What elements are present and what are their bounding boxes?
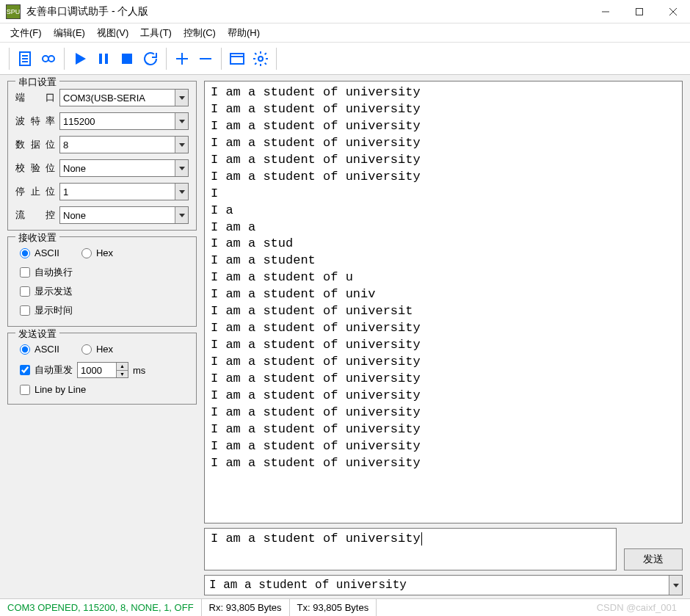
window-title: 友善串口调试助手 - 个人版 (26, 5, 589, 18)
spinner-up-icon[interactable]: ▲ (116, 363, 128, 371)
gear-icon[interactable] (250, 48, 272, 70)
auto-wrap-checkbox[interactable]: 自动换行 (20, 266, 73, 279)
send-button[interactable]: 发送 (624, 548, 683, 570)
status-connection: COM3 OPENED, 115200, 8, NONE, 1, OFF (0, 599, 202, 616)
spinner-down-icon[interactable]: ▼ (116, 371, 128, 378)
title-bar: SPU 友善串口调试助手 - 个人版 (0, 0, 690, 23)
plus-icon[interactable] (171, 48, 193, 70)
port-label: 端 口 (15, 91, 55, 104)
receive-settings-group: 接收设置 ASCII Hex 自动换行 显示发送 显示时间 (7, 236, 197, 327)
status-rx: Rx: 93,805 Bytes (202, 599, 290, 616)
resend-interval-input[interactable]: 1000▲▼ (77, 362, 128, 378)
minus-icon[interactable] (195, 48, 217, 70)
menu-edit[interactable]: 编辑(E) (49, 25, 90, 41)
flow-select[interactable]: None (59, 206, 189, 224)
maximize-button[interactable] (622, 0, 656, 23)
show-send-checkbox[interactable]: 显示发送 (20, 285, 73, 298)
baud-select[interactable]: 115200 (59, 112, 189, 130)
svg-rect-13 (122, 54, 132, 64)
svg-point-9 (48, 56, 54, 62)
rx-ascii-radio[interactable]: ASCII (20, 247, 59, 258)
watermark: CSDN @caixf_001 (597, 602, 677, 613)
minimize-button[interactable] (589, 0, 622, 23)
menu-bar: 文件(F) 编辑(E) 视图(V) 工具(T) 控制(C) 帮助(H) (0, 23, 690, 43)
refresh-icon[interactable] (139, 48, 161, 70)
unit-label: ms (133, 365, 145, 376)
receive-output[interactable]: I am a student of university I am a stud… (204, 81, 683, 523)
databits-label: 数据位 (15, 138, 55, 151)
document-icon[interactable] (14, 48, 36, 70)
flow-label: 流 控 (15, 209, 55, 222)
show-time-checkbox[interactable]: 显示时间 (20, 304, 73, 317)
menu-help[interactable]: 帮助(H) (223, 25, 264, 41)
svg-rect-11 (99, 54, 102, 64)
parity-select[interactable]: None (59, 159, 189, 177)
serial-settings-group: 串口设置 端 口 COM3(USB-SERIA 波特率 115200 数据位 8… (7, 81, 197, 231)
line-by-line-checkbox[interactable]: Line by Line (20, 384, 86, 395)
record-icon[interactable] (37, 48, 59, 70)
window-icon[interactable] (226, 48, 248, 70)
send-settings-group: 发送设置 ASCII Hex 自动重发 1000▲▼ ms Line by Li… (7, 333, 197, 405)
pause-icon[interactable] (92, 48, 115, 70)
svg-rect-12 (105, 54, 108, 64)
menu-control[interactable]: 控制(C) (179, 25, 220, 41)
svg-rect-1 (636, 8, 643, 15)
chevron-down-icon[interactable] (175, 113, 188, 129)
svg-rect-17 (230, 54, 244, 64)
auto-resend-checkbox[interactable]: 自动重发 (20, 363, 73, 377)
tx-hex-radio[interactable]: Hex (81, 344, 113, 355)
menu-file[interactable]: 文件(F) (6, 25, 46, 41)
group-title: 接收设置 (15, 231, 59, 244)
stop-icon[interactable] (116, 48, 138, 70)
chevron-down-icon[interactable] (175, 207, 188, 223)
group-title: 发送设置 (15, 327, 59, 341)
menu-view[interactable]: 视图(V) (92, 25, 133, 41)
right-panel: I am a student of university I am a stud… (204, 81, 683, 595)
history-select[interactable]: I am a student of university (204, 575, 683, 595)
left-panel: 串口设置 端 口 COM3(USB-SERIA 波特率 115200 数据位 8… (7, 81, 197, 595)
svg-point-19 (258, 57, 263, 61)
chevron-down-icon[interactable] (175, 160, 188, 176)
play-icon[interactable] (69, 48, 91, 70)
stopbits-label: 停止位 (15, 185, 55, 198)
status-bar: COM3 OPENED, 115200, 8, NONE, 1, OFF Rx:… (0, 598, 690, 616)
rx-hex-radio[interactable]: Hex (81, 247, 113, 258)
app-icon: SPU (6, 4, 21, 19)
parity-label: 校验位 (15, 162, 55, 175)
menu-tools[interactable]: 工具(T) (136, 25, 176, 41)
svg-marker-10 (76, 53, 86, 65)
group-title: 串口设置 (15, 76, 59, 89)
svg-point-8 (43, 56, 48, 62)
toolbar (0, 43, 690, 75)
port-select[interactable]: COM3(USB-SERIA (59, 89, 189, 106)
main-area: 串口设置 端 口 COM3(USB-SERIA 波特率 115200 数据位 8… (0, 75, 690, 598)
chevron-down-icon[interactable] (669, 576, 682, 595)
chevron-down-icon[interactable] (175, 137, 188, 153)
tx-ascii-radio[interactable]: ASCII (20, 344, 59, 355)
databits-select[interactable]: 8 (59, 136, 189, 153)
send-input[interactable]: I am a student of university (204, 528, 617, 570)
chevron-down-icon[interactable] (175, 90, 188, 106)
stopbits-select[interactable]: 1 (59, 183, 189, 200)
status-tx: Tx: 93,805 Bytes (290, 599, 377, 616)
close-button[interactable] (656, 0, 690, 23)
baud-label: 波特率 (15, 115, 55, 128)
chevron-down-icon[interactable] (175, 184, 188, 200)
